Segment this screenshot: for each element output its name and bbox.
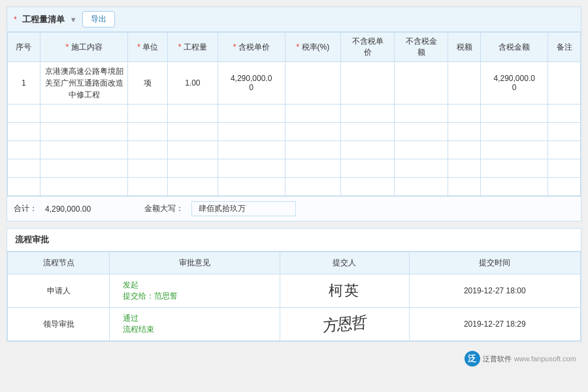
workflow-row-leader: 领导审批 通过 流程结束 方恩哲 2019-12-27 18:29 bbox=[8, 308, 581, 341]
col-remark: 备注 bbox=[548, 33, 581, 62]
cell-no-tax-price bbox=[341, 62, 395, 105]
export-button[interactable]: 导出 bbox=[82, 11, 115, 27]
col-seq: 序号 bbox=[8, 33, 41, 62]
col-tax-rate: * 税率(%) bbox=[285, 33, 341, 62]
wf-col-submitter: 提交人 bbox=[280, 252, 409, 274]
wf-submitter-applicant: 柯英 bbox=[280, 274, 409, 308]
table-header-row: 序号 * 施工内容 * 单位 * 工程量 * 含税单价 * 税率(%) 不含税单… bbox=[8, 33, 581, 62]
table-row: 1 京港澳高速公路粤境韶关至广州互通路面改造中修工程 项 1.00 4,290,… bbox=[8, 62, 581, 105]
logo-text: 泛普软件 bbox=[483, 354, 512, 364]
footer: 泛 泛普软件 www.fanpusoft.com bbox=[7, 348, 581, 369]
col-no-tax-amount: 不含税金额 bbox=[395, 33, 448, 62]
quantity-table: 序号 * 施工内容 * 单位 * 工程量 * 含税单价 * 税率(%) 不含税单… bbox=[7, 32, 581, 196]
col-tax: 税额 bbox=[448, 33, 481, 62]
signature-fangenzhe: 方恩哲 bbox=[323, 312, 367, 336]
wf-col-time: 提交时间 bbox=[409, 252, 581, 274]
wf-submitter-leader: 方恩哲 bbox=[280, 308, 409, 341]
big-value: 肆佰贰拾玖万 bbox=[191, 201, 296, 216]
table-row-empty bbox=[8, 123, 581, 141]
logo-url: www.fanpusoft.com bbox=[514, 355, 576, 363]
toolbar-title: 工程量清单 bbox=[22, 14, 65, 25]
brand-logo: 泛 泛普软件 www.fanpusoft.com bbox=[465, 351, 576, 367]
cell-unit: 项 bbox=[128, 62, 168, 105]
wf-col-node: 流程节点 bbox=[8, 252, 110, 274]
wf-action-end: 流程结束 bbox=[123, 324, 273, 335]
col-no-tax-price: 不含税单价 bbox=[341, 33, 395, 62]
col-content: * 施工内容 bbox=[40, 33, 128, 62]
cell-seq: 1 bbox=[8, 62, 41, 105]
table-row-empty bbox=[8, 105, 581, 123]
wf-col-opinion: 审批意见 bbox=[110, 252, 280, 274]
workflow-section: 流程审批 流程节点 审批意见 提交人 提交时间 申请人 发起 提交给：范思誓 bbox=[7, 228, 581, 342]
wf-opinion-applicant: 发起 提交给：范思誓 bbox=[110, 274, 280, 308]
toolbar-star: * bbox=[14, 15, 17, 24]
summary-row: 合计： 4,290,000.00 金额大写： 肆佰贰拾玖万 bbox=[7, 196, 581, 221]
cell-tax-amount: 4,290,000.00 bbox=[481, 62, 548, 105]
wf-time-applicant: 2019-12-27 18:00 bbox=[409, 274, 581, 308]
cell-no-tax-amount bbox=[395, 62, 448, 105]
logo-icon: 泛 bbox=[465, 351, 480, 367]
signature-keying: 柯英 bbox=[329, 282, 360, 299]
cell-remark bbox=[548, 62, 581, 105]
table-row-empty bbox=[8, 178, 581, 196]
cell-quantity: 1.00 bbox=[167, 62, 218, 105]
cell-tax bbox=[448, 62, 481, 105]
cell-content: 京港澳高速公路粤境韶关至广州互通路面改造中修工程 bbox=[40, 62, 128, 105]
wf-opinion-leader: 通过 流程结束 bbox=[110, 308, 280, 341]
wf-time-leader: 2019-12-27 18:29 bbox=[409, 308, 581, 341]
table-row-empty bbox=[8, 141, 581, 159]
workflow-row-applicant: 申请人 发起 提交给：范思誓 柯英 2019-12-27 18:00 bbox=[8, 274, 581, 308]
table-row-empty bbox=[8, 159, 581, 178]
col-quantity: * 工程量 bbox=[167, 33, 218, 62]
col-tax-price: * 含税单价 bbox=[218, 33, 285, 62]
wf-action-approve: 通过 bbox=[123, 313, 273, 324]
workflow-title: 流程审批 bbox=[7, 229, 581, 252]
wf-action-submit: 提交给：范思誓 bbox=[123, 291, 273, 302]
big-label: 金额大写： bbox=[144, 203, 184, 214]
sum-value: 4,290,000.00 bbox=[45, 204, 117, 214]
col-tax-amount: 含税金额 bbox=[481, 33, 548, 62]
workflow-table: 流程节点 审批意见 提交人 提交时间 申请人 发起 提交给：范思誓 柯英 bbox=[7, 252, 581, 341]
toolbar-arrow[interactable]: ▼ bbox=[70, 16, 77, 24]
wf-action-start: 发起 bbox=[123, 280, 273, 291]
wf-node-leader: 领导审批 bbox=[8, 308, 110, 341]
toolbar: * 工程量清单 ▼ 导出 bbox=[7, 7, 581, 32]
sum-label: 合计： bbox=[14, 203, 37, 214]
workflow-header-row: 流程节点 审批意见 提交人 提交时间 bbox=[8, 252, 581, 274]
wf-node-applicant: 申请人 bbox=[8, 274, 110, 308]
col-unit: * 单位 bbox=[128, 33, 168, 62]
cell-tax-rate bbox=[285, 62, 341, 105]
cell-tax-price: 4,290,000.00 bbox=[218, 62, 285, 105]
